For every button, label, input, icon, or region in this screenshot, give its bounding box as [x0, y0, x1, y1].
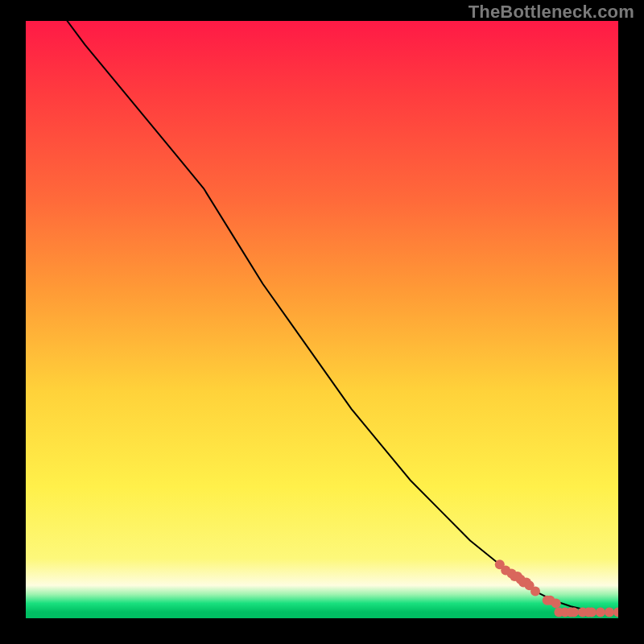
scatter-point [530, 587, 540, 597]
scatter-point [587, 608, 597, 617]
scatter-point [569, 608, 579, 617]
scatter-point [551, 599, 561, 609]
scatter-point [613, 608, 618, 617]
chart-stage: TheBottleneck.com [0, 0, 644, 644]
watermark-text: TheBottleneck.com [469, 2, 634, 23]
scatter-point [605, 608, 614, 617]
plot-svg [26, 21, 618, 618]
scatter-point [596, 608, 605, 617]
scatter-points [495, 559, 618, 617]
curve-line [68, 21, 619, 613]
plot-frame [26, 21, 618, 618]
